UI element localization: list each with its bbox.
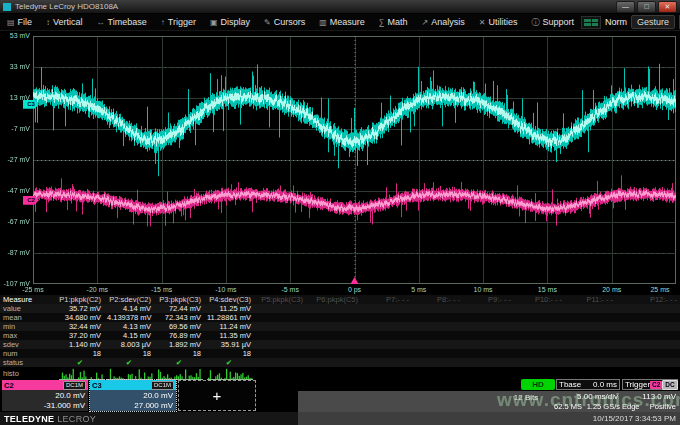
channel-box-c2[interactable]: C2 DC1M 20.0 mV -31.000 mV: [2, 380, 88, 411]
menu-analysis[interactable]: ↗Analysis: [415, 14, 472, 31]
measure-column-header-p11[interactable]: P11:- - -: [565, 295, 616, 304]
oscilloscope-app: Teledyne LeCroy HDO8108A — □ ✕ ▤File↕Ver…: [0, 0, 680, 425]
measure-histogram: [157, 367, 203, 380]
measure-row-label-status: status: [0, 358, 56, 367]
x-axis-tick-label: 0 ps: [335, 286, 375, 293]
measure-value-cell: 4.14 mV: [104, 304, 154, 313]
measure-value-cell: [463, 331, 514, 340]
menu-timebase[interactable]: ↔Timebase: [90, 14, 154, 31]
x-axis-tick-label: 25 ms: [640, 286, 680, 293]
vertical-icon: ↕: [46, 18, 50, 27]
measure-column-header-p7[interactable]: P7:- - -: [361, 295, 412, 304]
menu-analysis-label: Analysis: [431, 17, 465, 27]
measure-column-header-p2[interactable]: P2:sdev(C2): [104, 295, 154, 304]
measure-value-cell: [616, 322, 680, 331]
measure-value-cell: 11.35 mV: [204, 331, 254, 340]
grid-layout-icon[interactable]: [581, 16, 601, 29]
menu-trigger[interactable]: ↑Trigger: [154, 14, 203, 31]
minimize-button[interactable]: —: [616, 1, 635, 13]
close-button[interactable]: ✕: [658, 1, 677, 13]
measure-value-cell: [514, 349, 565, 358]
measure-value-cell: [412, 340, 463, 349]
measure-column-header-p3[interactable]: P3:pkpk(C3): [154, 295, 204, 304]
menu-utilities[interactable]: ✕Utilities: [472, 14, 525, 31]
menu-file[interactable]: ▤File: [0, 14, 39, 31]
measure-row-label-histo: histo: [0, 367, 56, 380]
x-axis-tick-label: -5 ms: [270, 286, 310, 293]
measure-value-cell: 34.680 mV: [56, 313, 104, 322]
y-axis-tick-label: 33 mV: [0, 63, 30, 70]
measure-column-header-p10[interactable]: P10:- - -: [514, 295, 565, 304]
menu-display[interactable]: ▣Display: [203, 14, 257, 31]
measure-histogram: [59, 367, 104, 380]
status-bar: TELEDYNE LECROY 10/15/2017 3:34:53 PM: [0, 412, 680, 425]
window-title: Teledyne LeCroy HDO8108A: [15, 2, 118, 11]
measure-status-check: ✔: [154, 358, 204, 367]
measure-value-cell: 18: [104, 349, 154, 358]
measure-value-cell: [412, 313, 463, 322]
timebase-box[interactable]: Tbase 0.0 ms: [556, 379, 620, 390]
measure-icon: ▥: [319, 18, 327, 27]
gesture-button[interactable]: Gesture: [631, 15, 675, 29]
measure-value-cell: [514, 304, 565, 313]
x-axis-tick-label: -10 ms: [206, 286, 246, 293]
timebase-rate: 1.25 GS/s: [587, 402, 620, 411]
channel-box-c3[interactable]: C3 DC1M 20.0 mV 27.000 mV: [90, 380, 176, 411]
menu-math[interactable]: ∑Math: [372, 14, 415, 31]
measure-column-header-p6[interactable]: P6:pkpk(C5): [306, 295, 361, 304]
math-icon: ∑: [379, 18, 385, 27]
measure-histo-cell: [56, 367, 104, 380]
x-axis-tick-label: -25 ms: [13, 286, 53, 293]
measure-value-cell: [361, 331, 412, 340]
measure-value-cell: [514, 331, 565, 340]
measure-column-header-p12[interactable]: P12:- - -: [616, 295, 680, 304]
measure-histo-cell: [412, 367, 463, 380]
measure-histogram: [207, 367, 253, 380]
measure-histo-cell: [361, 367, 412, 380]
measure-status-check: [463, 358, 514, 367]
measure-value-cell: [514, 322, 565, 331]
measure-status-check: [514, 358, 565, 367]
measure-value-cell: [254, 331, 306, 340]
waveform-display[interactable]: [33, 36, 676, 284]
y-axis-tick-label: -67 mV: [0, 218, 30, 225]
measure-value-cell: [361, 349, 412, 358]
measure-value-cell: [412, 349, 463, 358]
measure-column-header-p8[interactable]: P8:- - -: [412, 295, 463, 304]
menu-support[interactable]: ⓘSupport: [525, 14, 582, 31]
measure-value-cell: [616, 313, 680, 322]
measure-value-cell: 37.20 mV: [56, 331, 104, 340]
measure-status-check: [361, 358, 412, 367]
measure-value-cell: [254, 322, 306, 331]
measure-value-cell: 1.892 mV: [154, 340, 204, 349]
trigger-coupling-badge: DC: [662, 380, 677, 390]
add-channel-button[interactable]: +: [178, 380, 256, 411]
measure-value-cell: [306, 322, 361, 331]
menu-vertical[interactable]: ↕Vertical: [39, 14, 90, 31]
measure-column-header-p5[interactable]: P5:pkpk(C3): [254, 295, 306, 304]
measure-value-cell: [565, 304, 616, 313]
cursors-icon: ✎: [264, 18, 271, 27]
trigger-box[interactable]: Trigger C2 DC: [622, 379, 678, 390]
hd-mode-badge[interactable]: HD: [521, 379, 555, 390]
measure-row-label-num: num: [0, 349, 56, 358]
menu-cursors[interactable]: ✎Cursors: [257, 14, 312, 31]
measure-value-cell: 4.139378 mV: [104, 313, 154, 322]
trigger-icon: ↑: [161, 18, 165, 27]
measure-value-cell: [306, 340, 361, 349]
x-axis-tick-label: 15 ms: [527, 286, 567, 293]
maximize-button[interactable]: □: [637, 1, 656, 13]
measure-column-header-p9[interactable]: P9:- - -: [463, 295, 514, 304]
menu-support-label: Support: [543, 17, 575, 27]
menu-measure[interactable]: ▥Measure: [312, 14, 372, 31]
measure-status-check: ✔: [104, 358, 154, 367]
menu-math-label: Math: [388, 17, 408, 27]
measure-value-cell: [463, 340, 514, 349]
measure-value-cell: [616, 331, 680, 340]
channel-c2-offset: -31.000 mV: [5, 401, 85, 410]
measure-value-cell: [565, 313, 616, 322]
channel-c2-label: C2: [4, 381, 14, 390]
measure-column-header-p4[interactable]: P4:sdev(C3): [204, 295, 254, 304]
measure-column-header-p1[interactable]: P1:pkpk(C2): [56, 295, 104, 304]
menu-measure-label: Measure: [330, 17, 365, 27]
